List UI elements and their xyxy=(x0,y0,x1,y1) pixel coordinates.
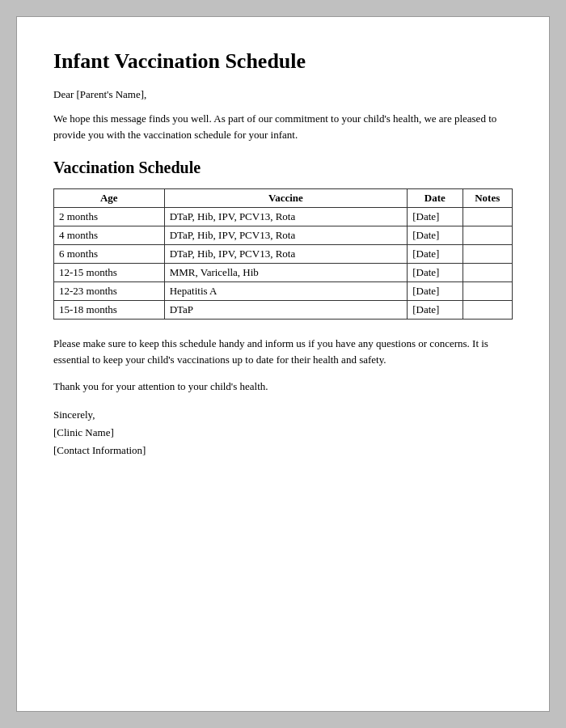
thank-you-text: Thank you for your attention to your chi… xyxy=(53,380,513,393)
cell-age: 4 months xyxy=(54,226,165,245)
cell-vaccine: DTaP, Hib, IPV, PCV13, Rota xyxy=(164,208,408,226)
cell-vaccine: MMR, Varicella, Hib xyxy=(164,264,408,282)
cell-age: 2 months xyxy=(54,208,165,226)
cell-notes xyxy=(463,282,512,301)
greeting-text: Dear [Parent's Name], xyxy=(53,88,513,101)
cell-age: 15-18 months xyxy=(54,301,165,320)
cell-date: [Date] xyxy=(408,245,463,264)
col-header-age: Age xyxy=(54,189,165,208)
col-header-vaccine: Vaccine xyxy=(164,189,408,208)
cell-date: [Date] xyxy=(408,282,463,301)
table-row: 12-15 monthsMMR, Varicella, Hib[Date] xyxy=(54,264,513,282)
cell-notes xyxy=(463,264,512,282)
section-title: Vaccination Schedule xyxy=(53,159,513,177)
cell-notes xyxy=(463,245,512,264)
cell-date: [Date] xyxy=(408,208,463,226)
table-row: 15-18 monthsDTaP[Date] xyxy=(54,301,513,320)
vaccination-table: Age Vaccine Date Notes 2 monthsDTaP, Hib… xyxy=(53,188,513,320)
cell-vaccine: DTaP xyxy=(164,301,408,320)
sign-off-line1: Sincerely, xyxy=(53,406,513,424)
footer-paragraph: Please make sure to keep this schedule h… xyxy=(53,336,513,367)
document-page: Infant Vaccination Schedule Dear [Parent… xyxy=(16,16,550,712)
sign-off-line2: [Clinic Name] xyxy=(53,424,513,442)
cell-notes xyxy=(463,226,512,245)
intro-paragraph: We hope this message finds you well. As … xyxy=(53,111,513,142)
sign-off-block: Sincerely, [Clinic Name] [Contact Inform… xyxy=(53,406,513,459)
cell-notes xyxy=(463,208,512,226)
col-header-date: Date xyxy=(408,189,463,208)
table-row: 4 monthsDTaP, Hib, IPV, PCV13, Rota[Date… xyxy=(54,226,513,245)
cell-date: [Date] xyxy=(408,301,463,320)
cell-date: [Date] xyxy=(408,226,463,245)
cell-age: 12-23 months xyxy=(54,282,165,301)
table-row: 6 monthsDTaP, Hib, IPV, PCV13, Rota[Date… xyxy=(54,245,513,264)
cell-date: [Date] xyxy=(408,264,463,282)
col-header-notes: Notes xyxy=(463,189,512,208)
cell-age: 12-15 months xyxy=(54,264,165,282)
cell-vaccine: Hepatitis A xyxy=(164,282,408,301)
cell-vaccine: DTaP, Hib, IPV, PCV13, Rota xyxy=(164,226,408,245)
cell-notes xyxy=(463,301,512,320)
cell-vaccine: DTaP, Hib, IPV, PCV13, Rota xyxy=(164,245,408,264)
page-title: Infant Vaccination Schedule xyxy=(53,49,513,74)
table-row: 12-23 monthsHepatitis A[Date] xyxy=(54,282,513,301)
cell-age: 6 months xyxy=(54,245,165,264)
sign-off-line3: [Contact Information] xyxy=(53,442,513,459)
table-row: 2 monthsDTaP, Hib, IPV, PCV13, Rota[Date… xyxy=(54,208,513,226)
